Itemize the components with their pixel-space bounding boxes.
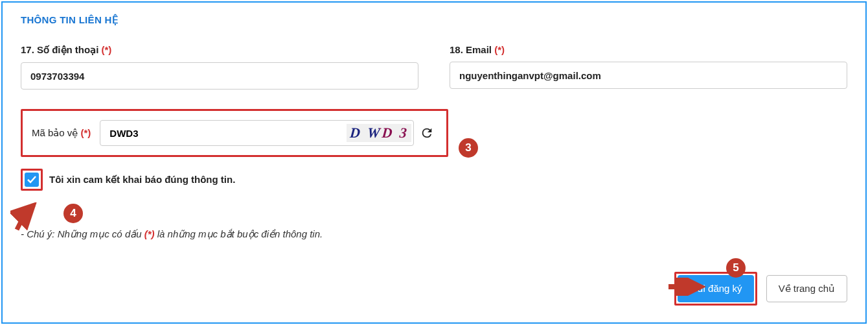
required-marker: (*) (102, 44, 112, 55)
required-marker: (*) (494, 44, 505, 55)
check-icon (27, 175, 37, 184)
annotation-arrow-icon (10, 202, 43, 235)
checkbox-highlight (21, 169, 43, 191)
commit-row: Tôi xin cam kết khai báo đúng thông tin. (21, 169, 847, 191)
phone-field-group: 17. Số điện thoại (*) (21, 44, 418, 90)
commit-label: Tôi xin cam kết khai báo đúng thông tin. (49, 174, 235, 186)
phone-input[interactable] (21, 62, 418, 90)
section-title: THÔNG TIN LIÊN HỆ (21, 14, 847, 26)
contact-info-panel: THÔNG TIN LIÊN HỆ 17. Số điện thoại (*) … (1, 1, 867, 324)
fields-row: 17. Số điện thoại (*) 18. Email (*) (21, 44, 847, 90)
required-marker: (*) (81, 127, 91, 138)
phone-label: 17. Số điện thoại (*) (21, 44, 418, 56)
captcha-label: Mã bảo vệ (*) (32, 127, 91, 139)
email-label: 18. Email (*) (450, 44, 847, 55)
annotation-arrow-icon (666, 278, 706, 296)
captcha-refresh-button[interactable] (417, 123, 437, 143)
captcha-group: Mã bảo vệ (*) D WD 3 (21, 109, 448, 157)
annotation-callout-4: 4 (63, 204, 83, 223)
annotation-callout-5: 5 (726, 258, 746, 278)
captcha-image: D WD 3 (347, 124, 411, 142)
refresh-icon (420, 126, 434, 140)
required-note: - Chú ý: Những mục có dấu (*) là những m… (21, 228, 847, 240)
home-button[interactable]: Về trang chủ (766, 275, 847, 302)
email-input[interactable] (450, 62, 847, 89)
commit-checkbox[interactable] (25, 173, 39, 187)
email-field-group: 18. Email (*) (450, 44, 847, 90)
annotation-callout-3: 3 (459, 138, 478, 158)
